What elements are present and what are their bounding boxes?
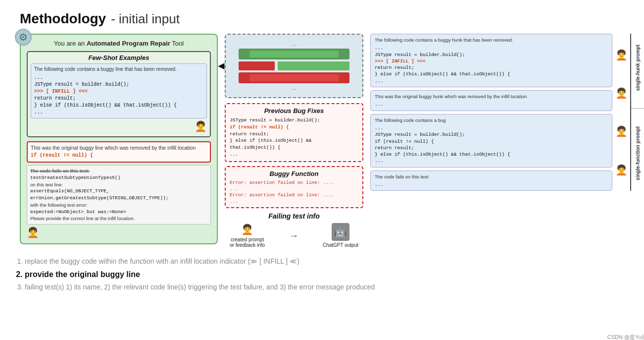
mid-bot-created: 🧑‍🦱 created promptor feedback info: [230, 224, 265, 248]
face-icon-r2: 🧑‍🦱: [615, 87, 628, 99]
prev-bug-box: Previous Bug Fixes JSType result = build…: [225, 103, 363, 162]
right-card-1: The following code contains a buggy hunk…: [370, 34, 612, 87]
code-desc-1: The following code contains a buggy line…: [34, 66, 203, 73]
buggy-fn-title: Buggy Function: [230, 170, 358, 177]
face-icon-mid-bot: 🧑‍🦱: [241, 224, 253, 235]
rc1-desc: The following code contains a buggy hunk…: [375, 37, 608, 43]
header-title-bold: Methodology: [20, 11, 106, 27]
right-panel: The following code contains a buggy hunk…: [370, 34, 644, 191]
lp-intro-text: You are an Automated Program Repair Tool: [27, 40, 211, 47]
mid-arrow: →: [289, 230, 299, 241]
stacked-cards: ... ... ◄: [225, 34, 363, 98]
rc2-desc: This was the original buggy hunk which w…: [375, 93, 608, 100]
face-icon-bottom-left: 🧑‍🦱: [27, 227, 39, 238]
main-layout: ⚙ You are an Automated Program Repair To…: [20, 34, 644, 248]
few-shot-header: Few-Shot Examples: [31, 54, 207, 61]
bottom-list: replace the buggy code within the functi…: [20, 257, 644, 292]
code-block-1: The following code contains a buggy line…: [31, 63, 207, 118]
mid-bot-created-label: created promptor feedback info: [230, 237, 265, 248]
right-card-2: This was the original buggy hunk which w…: [370, 90, 612, 111]
rc4-desc: The code fails on this test:: [375, 173, 608, 180]
card-strip-green: [239, 49, 349, 59]
vertical-labels: single-hunk prompt single-function promp…: [630, 34, 644, 191]
vlabel-single-fn: single-function prompt: [635, 126, 641, 180]
face-icon-1: 🧑‍🦱: [195, 120, 207, 132]
card-red-1: [239, 61, 275, 70]
bottom-item-1: replace the buggy code within the functi…: [25, 257, 644, 267]
watermark: CSDN @是Yu欣: [607, 334, 644, 340]
fail-section-label: The code fails on this test:: [30, 168, 207, 174]
vlabel-single-hunk: single-hunk prompt: [635, 45, 641, 91]
page-header: Methodology - initial input: [20, 11, 644, 27]
face-icon-r3: 🧑‍🦱: [615, 125, 628, 137]
rbs-title: This was the original buggy line which w…: [31, 145, 207, 151]
red-border-section: This was the original buggy line which w…: [27, 141, 211, 163]
header-title-normal: - initial input: [111, 11, 180, 27]
gear-icon: ⚙: [15, 29, 32, 46]
face-icon-r4: 🧑‍🦱: [615, 164, 628, 176]
bottom-item-3: failing test(s) 1) its name, 2) the rele…: [25, 283, 644, 292]
right-card-4: The code fails on this test: ...: [370, 170, 612, 191]
fail-box: The code fails on this test: testGreates…: [27, 165, 211, 225]
failing-test-label: Failing test info: [225, 212, 363, 220]
face-icon-r1: 🧑‍🦱: [615, 49, 628, 61]
right-content: The following code contains a buggy hunk…: [370, 34, 612, 191]
right-card-3: The following code contains a bug ... JS…: [370, 114, 612, 168]
rbs-code: if (result != null) {: [31, 152, 207, 159]
left-panel: ⚙ You are an Automated Program Repair To…: [20, 34, 218, 244]
bottom-item-2: provide the original buggy line: [25, 269, 644, 280]
mid-bottom: 🧑‍🦱 created promptor feedback info → 🤖 C…: [225, 223, 363, 248]
robot-icon: 🤖: [332, 223, 349, 241]
middle-panel: ... ... ◄ Previous Bug Fixes: [225, 34, 363, 248]
error-line-1: Error: assertion failed on line: ....: [230, 179, 358, 186]
prev-code: JSType result = builder.build(); if (res…: [230, 117, 358, 158]
card-bar-red: [249, 74, 339, 81]
card-bar-green: [249, 51, 339, 57]
rc3-desc: The following code contains a bug: [375, 117, 608, 123]
lp-bottom: 🧑‍🦱: [27, 227, 211, 238]
left-arrow: ◄: [216, 59, 227, 72]
card-strip-red: [239, 72, 349, 83]
prev-bug-title: Previous Bug Fixes: [230, 107, 358, 114]
few-shot-box: Few-Shot Examples The following code con…: [27, 51, 211, 137]
mid-bot-chatgpt: 🤖 ChatGPT output: [323, 223, 358, 248]
right-faces: 🧑‍🦱 🧑‍🦱 🧑‍🦱 🧑‍🦱: [612, 34, 630, 191]
error-line-2: Error: assertion failed on line: ....: [230, 192, 358, 199]
mid-bot-chatgpt-label: ChatGPT output: [323, 242, 358, 248]
card-green-2: [278, 61, 350, 70]
buggy-fn-box: Buggy Function Error: assertion failed o…: [225, 166, 363, 209]
